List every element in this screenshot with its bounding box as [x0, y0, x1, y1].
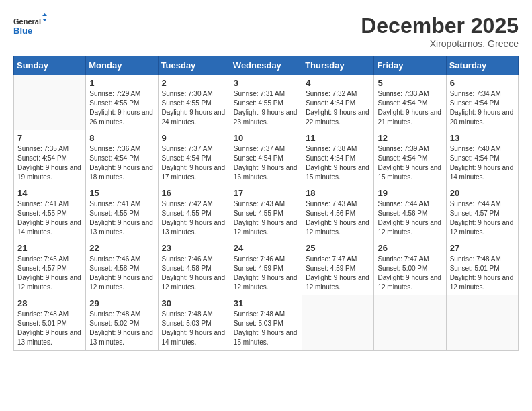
calendar-cell: 26Sunrise: 7:47 AMSunset: 5:00 PMDayligh… — [374, 240, 446, 295]
day-info: Sunrise: 7:44 AMSunset: 4:56 PMDaylight:… — [378, 199, 442, 237]
day-info: Sunrise: 7:42 AMSunset: 4:55 PMDaylight:… — [162, 199, 226, 237]
header-sunday: Sunday — [14, 56, 86, 75]
day-info: Sunrise: 7:29 AMSunset: 4:55 PMDaylight:… — [89, 89, 154, 127]
calendar-cell: 12Sunrise: 7:39 AMSunset: 4:54 PMDayligh… — [374, 130, 446, 185]
svg-marker-2 — [42, 13, 47, 16]
calendar-table: SundayMondayTuesdayWednesdayThursdayFrid… — [13, 56, 519, 351]
day-info: Sunrise: 7:30 AMSunset: 4:55 PMDaylight:… — [162, 89, 226, 127]
day-info: Sunrise: 7:43 AMSunset: 4:55 PMDaylight:… — [234, 199, 298, 237]
calendar-cell — [14, 75, 86, 130]
calendar-cell — [446, 295, 518, 351]
calendar-cell: 5Sunrise: 7:33 AMSunset: 4:54 PMDaylight… — [374, 75, 446, 130]
calendar-cell: 29Sunrise: 7:48 AMSunset: 5:02 PMDayligh… — [86, 295, 158, 351]
day-number: 30 — [162, 298, 226, 308]
calendar-cell: 25Sunrise: 7:47 AMSunset: 4:59 PMDayligh… — [302, 240, 374, 295]
calendar-cell: 21Sunrise: 7:45 AMSunset: 4:57 PMDayligh… — [14, 240, 86, 295]
day-number: 6 — [450, 78, 515, 88]
calendar-cell: 23Sunrise: 7:46 AMSunset: 4:58 PMDayligh… — [158, 240, 230, 295]
calendar-week-row: 28Sunrise: 7:48 AMSunset: 5:01 PMDayligh… — [14, 295, 519, 351]
day-number: 25 — [306, 243, 370, 253]
day-info: Sunrise: 7:48 AMSunset: 5:01 PMDaylight:… — [17, 310, 82, 347]
day-info: Sunrise: 7:45 AMSunset: 4:57 PMDaylight:… — [17, 255, 82, 292]
svg-text:General: General — [13, 17, 41, 26]
day-info: Sunrise: 7:37 AMSunset: 4:54 PMDaylight:… — [234, 144, 298, 182]
day-number: 31 — [234, 298, 298, 308]
header-friday: Friday — [374, 56, 446, 75]
day-info: Sunrise: 7:40 AMSunset: 4:54 PMDaylight:… — [450, 144, 515, 182]
calendar-cell: 28Sunrise: 7:48 AMSunset: 5:01 PMDayligh… — [14, 295, 86, 351]
header-thursday: Thursday — [302, 56, 374, 75]
calendar-week-row: 14Sunrise: 7:41 AMSunset: 4:55 PMDayligh… — [14, 185, 519, 240]
day-info: Sunrise: 7:48 AMSunset: 5:03 PMDaylight:… — [234, 310, 298, 347]
day-number: 3 — [234, 78, 298, 88]
logo-svg: General Blue — [13, 13, 47, 40]
day-number: 4 — [306, 78, 370, 88]
day-number: 20 — [450, 188, 515, 198]
day-info: Sunrise: 7:48 AMSunset: 5:01 PMDaylight:… — [450, 255, 515, 292]
header-tuesday: Tuesday — [158, 56, 230, 75]
calendar-cell: 19Sunrise: 7:44 AMSunset: 4:56 PMDayligh… — [374, 185, 446, 240]
day-number: 18 — [306, 188, 370, 198]
header-wednesday: Wednesday — [230, 56, 302, 75]
calendar-cell: 11Sunrise: 7:38 AMSunset: 4:54 PMDayligh… — [302, 130, 374, 185]
day-info: Sunrise: 7:46 AMSunset: 4:58 PMDaylight:… — [162, 255, 226, 292]
calendar-cell — [374, 295, 446, 351]
calendar-cell: 16Sunrise: 7:42 AMSunset: 4:55 PMDayligh… — [158, 185, 230, 240]
location: Xiropotamos, Greece — [361, 38, 519, 49]
day-number: 5 — [378, 78, 442, 88]
calendar-cell: 14Sunrise: 7:41 AMSunset: 4:55 PMDayligh… — [14, 185, 86, 240]
day-number: 14 — [17, 188, 82, 198]
day-info: Sunrise: 7:46 AMSunset: 4:59 PMDaylight:… — [234, 255, 298, 292]
calendar-cell: 22Sunrise: 7:46 AMSunset: 4:58 PMDayligh… — [86, 240, 158, 295]
svg-text:Blue: Blue — [13, 26, 32, 36]
calendar-cell: 17Sunrise: 7:43 AMSunset: 4:55 PMDayligh… — [230, 185, 302, 240]
day-number: 15 — [89, 188, 154, 198]
calendar-cell: 24Sunrise: 7:46 AMSunset: 4:59 PMDayligh… — [230, 240, 302, 295]
header-monday: Monday — [86, 56, 158, 75]
day-number: 12 — [378, 133, 442, 143]
day-number: 21 — [17, 243, 82, 253]
day-info: Sunrise: 7:38 AMSunset: 4:54 PMDaylight:… — [306, 144, 370, 182]
calendar-cell: 27Sunrise: 7:48 AMSunset: 5:01 PMDayligh… — [446, 240, 518, 295]
day-number: 23 — [162, 243, 226, 253]
day-info: Sunrise: 7:33 AMSunset: 4:54 PMDaylight:… — [378, 89, 442, 127]
day-info: Sunrise: 7:44 AMSunset: 4:57 PMDaylight:… — [450, 199, 515, 237]
day-number: 24 — [234, 243, 298, 253]
calendar-cell: 4Sunrise: 7:32 AMSunset: 4:54 PMDaylight… — [302, 75, 374, 130]
calendar-header-row: SundayMondayTuesdayWednesdayThursdayFrid… — [14, 56, 519, 75]
header-saturday: Saturday — [446, 56, 518, 75]
day-number: 16 — [162, 188, 226, 198]
day-info: Sunrise: 7:32 AMSunset: 4:54 PMDaylight:… — [306, 89, 370, 127]
page-header: General Blue December 2025 Xiropotamos, … — [13, 13, 519, 49]
calendar-week-row: 21Sunrise: 7:45 AMSunset: 4:57 PMDayligh… — [14, 240, 519, 295]
day-info: Sunrise: 7:37 AMSunset: 4:54 PMDaylight:… — [162, 144, 226, 182]
calendar-week-row: 1Sunrise: 7:29 AMSunset: 4:55 PMDaylight… — [14, 75, 519, 130]
calendar-cell: 18Sunrise: 7:43 AMSunset: 4:56 PMDayligh… — [302, 185, 374, 240]
day-info: Sunrise: 7:41 AMSunset: 4:55 PMDaylight:… — [17, 199, 82, 237]
day-number: 13 — [450, 133, 515, 143]
calendar-cell: 1Sunrise: 7:29 AMSunset: 4:55 PMDaylight… — [86, 75, 158, 130]
day-info: Sunrise: 7:43 AMSunset: 4:56 PMDaylight:… — [306, 199, 370, 237]
calendar-cell: 10Sunrise: 7:37 AMSunset: 4:54 PMDayligh… — [230, 130, 302, 185]
calendar-cell: 9Sunrise: 7:37 AMSunset: 4:54 PMDaylight… — [158, 130, 230, 185]
day-number: 8 — [89, 133, 154, 143]
day-info: Sunrise: 7:34 AMSunset: 4:54 PMDaylight:… — [450, 89, 515, 127]
day-number: 9 — [162, 133, 226, 143]
logo: General Blue — [13, 13, 47, 40]
calendar-cell: 2Sunrise: 7:30 AMSunset: 4:55 PMDaylight… — [158, 75, 230, 130]
day-info: Sunrise: 7:47 AMSunset: 4:59 PMDaylight:… — [306, 255, 370, 292]
calendar-cell: 6Sunrise: 7:34 AMSunset: 4:54 PMDaylight… — [446, 75, 518, 130]
day-info: Sunrise: 7:39 AMSunset: 4:54 PMDaylight:… — [378, 144, 442, 182]
day-info: Sunrise: 7:36 AMSunset: 4:54 PMDaylight:… — [89, 144, 154, 182]
day-number: 17 — [234, 188, 298, 198]
calendar-cell: 8Sunrise: 7:36 AMSunset: 4:54 PMDaylight… — [86, 130, 158, 185]
calendar-cell: 3Sunrise: 7:31 AMSunset: 4:55 PMDaylight… — [230, 75, 302, 130]
day-number: 26 — [378, 243, 442, 253]
calendar-cell: 15Sunrise: 7:41 AMSunset: 4:55 PMDayligh… — [86, 185, 158, 240]
day-info: Sunrise: 7:46 AMSunset: 4:58 PMDaylight:… — [89, 255, 154, 292]
day-info: Sunrise: 7:35 AMSunset: 4:54 PMDaylight:… — [17, 144, 82, 182]
day-number: 22 — [89, 243, 154, 253]
day-number: 28 — [17, 298, 82, 308]
day-number: 2 — [162, 78, 226, 88]
day-info: Sunrise: 7:31 AMSunset: 4:55 PMDaylight:… — [234, 89, 298, 127]
